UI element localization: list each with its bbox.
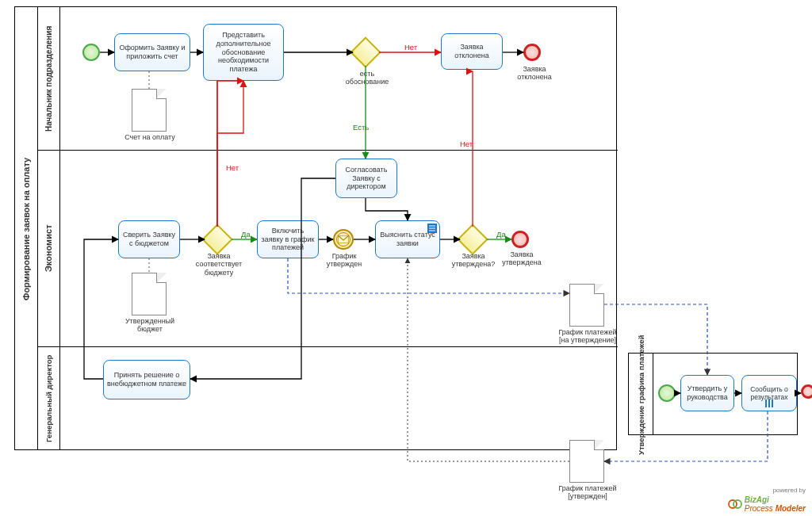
lane-border-2 [37, 346, 618, 347]
label: Представить дополнительное обоснование н… [207, 31, 280, 74]
flow-label-yes-g2: Да [241, 230, 251, 239]
end-event-label-2: Заявка утверждена [498, 250, 546, 267]
activity-agree-director: Согласовать Заявку с директором [335, 159, 397, 198]
lane-title-3: Генеральный директор [37, 346, 59, 451]
doc-label-schedule-pending: График платежей [на утверждение] [555, 328, 620, 345]
end-event-rejected [523, 44, 541, 61]
event-label-msg: График утвержден [322, 252, 366, 269]
flow-label-no-1: Нет [404, 43, 417, 52]
event-schedule-approved [333, 229, 354, 250]
label: Утвердить у руководства [684, 384, 730, 402]
lane-title-1: Начальник подразделения [37, 7, 59, 150]
lane-border-1 [37, 150, 618, 151]
activity-include-schedule: Включить заявку в график платежей [257, 220, 319, 258]
label: Включить заявку в график платежей [261, 227, 315, 252]
gateway-label-2: Заявка соответствует бюджету [189, 252, 249, 277]
flow-label-est: Есть [353, 123, 369, 132]
doc-budget [132, 273, 167, 315]
doc-label-budget: Утвержденный бюджет [117, 317, 182, 334]
start-event-1 [82, 44, 100, 61]
doc-schedule-pending [569, 284, 604, 327]
logo-text-2: Process [745, 504, 776, 513]
pool-title: Формирование заявок на оплату [15, 7, 37, 451]
activity-extra-budget-decision: Принять решение о внебюджетном платеже [103, 360, 190, 399]
pool2-title: Утверждение графика платежей [629, 354, 653, 436]
activity-approve-mgmt: Утвердить у руководства [680, 375, 734, 411]
flow-label-yes-g3: Да [496, 230, 506, 239]
start-event-2 [658, 384, 676, 402]
label: Выяснить статус заявки [379, 231, 436, 248]
label: Принять решение о внебюджетном платеже [107, 371, 186, 388]
logo-text-3: Modeler [776, 504, 806, 513]
doc-invoice [132, 89, 167, 132]
activity-justify: Представить дополнительное обоснование н… [203, 24, 284, 81]
doc-label-schedule-approved: График платежей [утвержден] [555, 484, 620, 501]
label: Согласовать Заявку с директором [339, 166, 393, 191]
activity-check-budget: Сверить Заявку с бюджетом [118, 220, 180, 258]
logo-text-1: BizAgi [745, 495, 769, 504]
label: Оформить Заявку и приложить счет [118, 44, 186, 61]
gateway-label-1: есть обоснование [343, 70, 392, 86]
divider-pool2 [653, 354, 653, 434]
powered-by: powered by [728, 487, 806, 495]
flow-label-no-2: Нет [226, 163, 239, 172]
svg-point-32 [733, 500, 741, 508]
lane-title-2: Экономист [37, 150, 59, 346]
flow-label-no-3: Нет [460, 140, 473, 148]
parallel-marker [764, 399, 774, 408]
label: Заявка отклонена [445, 43, 499, 60]
doc-label-invoice: Счет на оплату [117, 133, 182, 141]
end-event-2 [801, 384, 812, 399]
doc-schedule-approved [569, 440, 604, 483]
subprocess-list-icon [427, 224, 437, 233]
activity-create-request: Оформить Заявку и приложить счет [114, 33, 190, 71]
activity-report-results: Сообщить о результатах [741, 375, 797, 411]
label: Сверить Заявку с бюджетом [122, 231, 176, 248]
logo-icon [728, 497, 742, 511]
end-event-label-1: Заявка отклонена [514, 65, 555, 82]
activity-check-status: Выяснить статус заявки [375, 220, 440, 258]
end-event-approved [511, 231, 529, 248]
divider-lane-title [59, 7, 60, 449]
branding-logo: powered by BizAgi Process Modeler [728, 487, 806, 513]
gateway-label-3: Заявка утверждена? [447, 252, 500, 269]
activity-rejected: Заявка отклонена [441, 33, 503, 70]
